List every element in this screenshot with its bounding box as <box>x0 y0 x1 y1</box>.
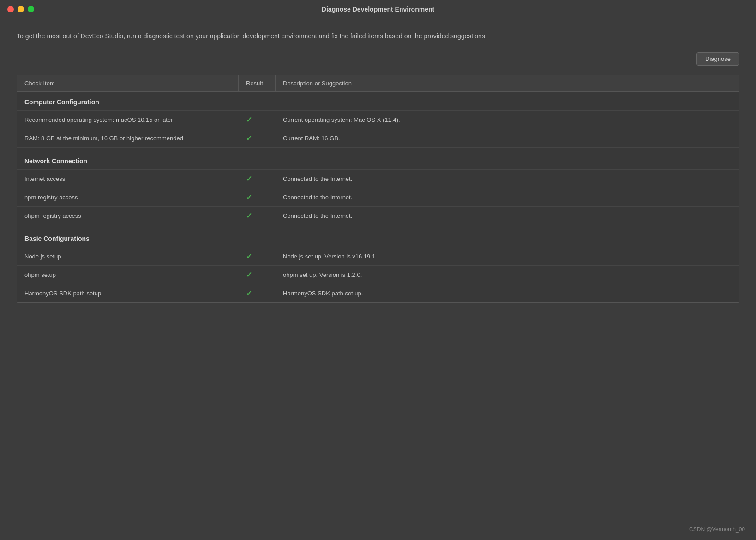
header-description: Description or Suggestion <box>276 75 739 91</box>
window-title: Diagnose Development Environment <box>322 6 434 13</box>
diagnose-button-row: Diagnose <box>17 52 739 66</box>
section-header-computer-configuration: Computer Configuration <box>17 92 739 110</box>
description-internet: Connected to the Internet. <box>276 170 739 188</box>
table-header: Check Item Result Description or Suggest… <box>17 75 739 92</box>
check-item-ram: RAM: 8 GB at the minimum, 16 GB or highe… <box>17 129 239 147</box>
footer-text: CSDN @Vermouth_00 <box>689 526 745 533</box>
pass-icon: ✓ <box>246 289 252 298</box>
table-row: HarmonyOS SDK path setup ✓ HarmonyOS SDK… <box>17 284 739 302</box>
description-sdk: HarmonyOS SDK path set up. <box>276 284 739 302</box>
result-ohpm: ✓ <box>239 266 276 284</box>
result-nodejs: ✓ <box>239 247 276 265</box>
header-result: Result <box>239 75 276 91</box>
title-bar: Diagnose Development Environment <box>0 0 756 18</box>
check-item-ohpm: ohpm setup <box>17 266 239 284</box>
section-header-network-connection: Network Connection <box>17 151 739 169</box>
table-row: Recommended operating system: macOS 10.1… <box>17 110 739 129</box>
description-ohpm: ohpm set up. Version is 1.2.0. <box>276 266 739 284</box>
section-divider <box>17 225 739 228</box>
pass-icon: ✓ <box>246 211 252 220</box>
maximize-button[interactable] <box>28 6 34 12</box>
check-item-ohpm-registry: ohpm registry access <box>17 207 239 225</box>
pass-icon: ✓ <box>246 134 252 143</box>
table-body: Computer Configuration Recommended opera… <box>17 92 739 302</box>
section-header-basic-configurations: Basic Configurations <box>17 228 739 247</box>
table-row: RAM: 8 GB at the minimum, 16 GB or highe… <box>17 129 739 147</box>
pass-icon: ✓ <box>246 270 252 279</box>
table-row: ohpm setup ✓ ohpm set up. Version is 1.2… <box>17 265 739 284</box>
description-npm: Connected to the Internet. <box>276 188 739 206</box>
check-item-sdk: HarmonyOS SDK path setup <box>17 284 239 302</box>
check-item-nodejs: Node.js setup <box>17 247 239 265</box>
description-ohpm-registry: Connected to the Internet. <box>276 207 739 225</box>
result-npm: ✓ <box>239 188 276 206</box>
result-ram: ✓ <box>239 129 276 147</box>
main-content: To get the most out of DevEco Studio, ru… <box>0 18 756 316</box>
pass-icon: ✓ <box>246 193 252 202</box>
section-divider <box>17 147 739 151</box>
table-row: Node.js setup ✓ Node.js set up. Version … <box>17 247 739 265</box>
diagnose-button[interactable]: Diagnose <box>696 52 739 66</box>
header-check-item: Check Item <box>17 75 239 91</box>
check-item-npm: npm registry access <box>17 188 239 206</box>
check-item-os: Recommended operating system: macOS 10.1… <box>17 111 239 129</box>
table-row: npm registry access ✓ Connected to the I… <box>17 188 739 206</box>
table-row: ohpm registry access ✓ Connected to the … <box>17 206 739 225</box>
minimize-button[interactable] <box>18 6 24 12</box>
description-nodejs: Node.js set up. Version is v16.19.1. <box>276 247 739 265</box>
description-os: Current operating system: Mac OS X (11.4… <box>276 111 739 129</box>
check-item-internet: Internet access <box>17 170 239 188</box>
traffic-lights <box>7 6 34 12</box>
result-internet: ✓ <box>239 170 276 188</box>
result-os: ✓ <box>239 111 276 129</box>
diagnostic-table: Check Item Result Description or Suggest… <box>17 75 739 303</box>
table-row: Internet access ✓ Connected to the Inter… <box>17 169 739 188</box>
description-ram: Current RAM: 16 GB. <box>276 129 739 147</box>
close-button[interactable] <box>7 6 14 12</box>
description-text: To get the most out of DevEco Studio, ru… <box>17 31 739 41</box>
result-ohpm-registry: ✓ <box>239 207 276 225</box>
pass-icon: ✓ <box>246 115 252 124</box>
pass-icon: ✓ <box>246 174 252 183</box>
result-sdk: ✓ <box>239 284 276 302</box>
pass-icon: ✓ <box>246 252 252 261</box>
